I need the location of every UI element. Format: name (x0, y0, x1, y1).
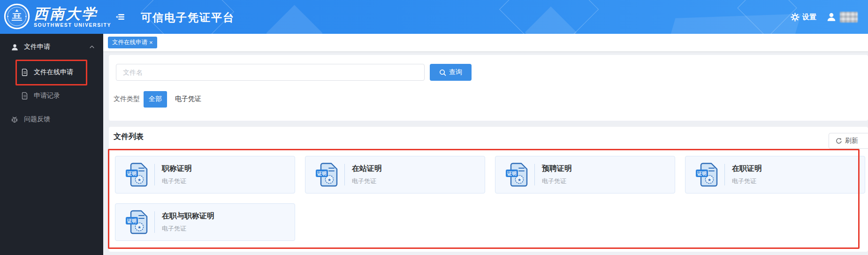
svg-text:★: ★ (518, 178, 521, 182)
header-decoration (266, 5, 322, 34)
tab-file-online-apply[interactable]: 文件在线申请 × (108, 37, 157, 48)
certificate-document-icon: ★ 证明 (126, 209, 148, 235)
main-content: 文件在线申请 × 查询 文件类型 全部 电子凭证 文件列表 (103, 34, 868, 255)
search-icon (439, 69, 446, 76)
svg-text:证明: 证明 (507, 171, 517, 176)
document-icon (22, 69, 28, 76)
file-card[interactable]: ★ 证明 在职证明 电子凭证 (685, 156, 865, 193)
sidebar: 文件申请 文件在线申请 申请记录 问题反馈 (0, 34, 103, 255)
svg-text:证明: 证明 (127, 171, 137, 176)
app-header: 西南大学 SOUTHWEST UNIVERSITY 可信电子凭证平台 设置 (0, 0, 868, 34)
gear-icon (791, 13, 799, 22)
settings-button[interactable]: 设置 (791, 13, 816, 22)
file-card[interactable]: ★ 证明 预聘证明 电子凭证 (495, 156, 675, 193)
file-card[interactable]: ★ 证明 在站证明 电子凭证 (305, 156, 485, 193)
file-card-type: 电子凭证 (352, 177, 382, 185)
file-card-type: 电子凭证 (542, 177, 572, 185)
file-card-type: 电子凭证 (162, 224, 214, 233)
svg-text:★: ★ (708, 178, 711, 182)
filter-option-all[interactable]: 全部 (144, 91, 167, 108)
university-logo: 西南大学 SOUTHWEST UNIVERSITY (4, 3, 111, 30)
file-card-type: 电子凭证 (162, 177, 192, 185)
header-decoration (499, 0, 599, 34)
card-divider (154, 211, 155, 233)
sidebar-item-label: 问题反馈 (24, 115, 50, 124)
filter-option-e-certificate[interactable]: 电子凭证 (170, 91, 206, 108)
file-card[interactable]: ★ 证明 职称证明 电子凭证 (115, 156, 295, 193)
file-card-grid: ★ 证明 职称证明 电子凭证 ★ 证明 在站证明 电子凭证 ★ (115, 156, 865, 241)
svg-text:证明: 证明 (697, 171, 707, 176)
file-card-title: 在职证明 (732, 164, 762, 174)
chevron-up-icon (89, 44, 95, 50)
settings-label: 设置 (802, 13, 816, 22)
user-icon (827, 12, 836, 22)
username-redacted (840, 12, 858, 23)
user-icon (11, 44, 18, 51)
card-divider (344, 164, 345, 185)
filename-search-input[interactable] (116, 64, 425, 81)
search-panel: 查询 文件类型 全部 电子凭证 (109, 55, 868, 121)
svg-text:★: ★ (137, 225, 141, 230)
card-divider (724, 164, 725, 185)
university-name: 西南大学 (34, 6, 111, 22)
refresh-icon (836, 138, 842, 144)
file-type-filter: 文件类型 全部 电子凭证 (114, 91, 206, 108)
tab-label: 文件在线申请 (112, 39, 147, 46)
file-card-title: 预聘证明 (542, 164, 572, 174)
certificate-document-icon: ★ 证明 (696, 162, 718, 188)
file-type-label: 文件类型 (114, 95, 140, 103)
sidebar-item-file-online-apply[interactable]: 文件在线申请 (0, 63, 103, 82)
file-card-title: 在职与职称证明 (162, 211, 214, 221)
certificate-document-icon: ★ 证明 (506, 162, 528, 188)
svg-text:★: ★ (137, 178, 141, 182)
svg-text:证明: 证明 (317, 171, 327, 176)
trusted-certificate-platform-window: 西南大学 SOUTHWEST UNIVERSITY 可信电子凭证平台 设置 (0, 0, 868, 255)
certificate-document-icon: ★ 证明 (126, 162, 148, 188)
menu-fold-icon[interactable] (116, 13, 124, 21)
sidebar-item-label: 文件申请 (24, 43, 50, 51)
tab-bar: 文件在线申请 × (103, 34, 868, 52)
card-divider (534, 164, 535, 185)
refresh-button[interactable]: 刷新 (829, 133, 868, 149)
sidebar-item-label: 文件在线申请 (34, 68, 73, 77)
file-card[interactable]: ★ 证明 在职与职称证明 电子凭证 (115, 203, 295, 241)
header-decoration (661, 14, 801, 34)
svg-text:★: ★ (327, 178, 331, 182)
card-divider (154, 164, 155, 185)
university-name-en: SOUTHWEST UNIVERSITY (34, 22, 111, 28)
file-card-type: 电子凭证 (732, 177, 762, 185)
refresh-label: 刷新 (845, 137, 858, 145)
header-decoration (525, 7, 577, 34)
file-list-title: 文件列表 (114, 132, 144, 142)
page-title: 可信电子凭证平台 (141, 10, 235, 25)
search-button[interactable]: 查询 (430, 64, 472, 81)
sidebar-item-label: 申请记录 (34, 92, 60, 100)
document-icon (22, 92, 28, 100)
user-account[interactable] (827, 12, 858, 23)
file-list-panel: 文件列表 刷新 ★ 证明 职称证明 电子凭证 (109, 127, 868, 252)
sidebar-item-feedback[interactable]: 问题反馈 (0, 110, 103, 129)
file-card-title: 在站证明 (352, 164, 382, 174)
svg-text:证明: 证明 (127, 218, 137, 224)
tab-close-icon[interactable]: × (149, 39, 153, 46)
bug-icon (11, 116, 18, 123)
certificate-document-icon: ★ 证明 (316, 162, 338, 188)
sidebar-item-apply-records[interactable]: 申请记录 (0, 86, 103, 105)
university-emblem-icon (4, 3, 30, 30)
search-button-label: 查询 (449, 68, 462, 77)
file-card-title: 职称证明 (162, 164, 192, 174)
header-decoration (737, 0, 797, 34)
sidebar-item-file-apply[interactable]: 文件申请 (0, 38, 103, 56)
